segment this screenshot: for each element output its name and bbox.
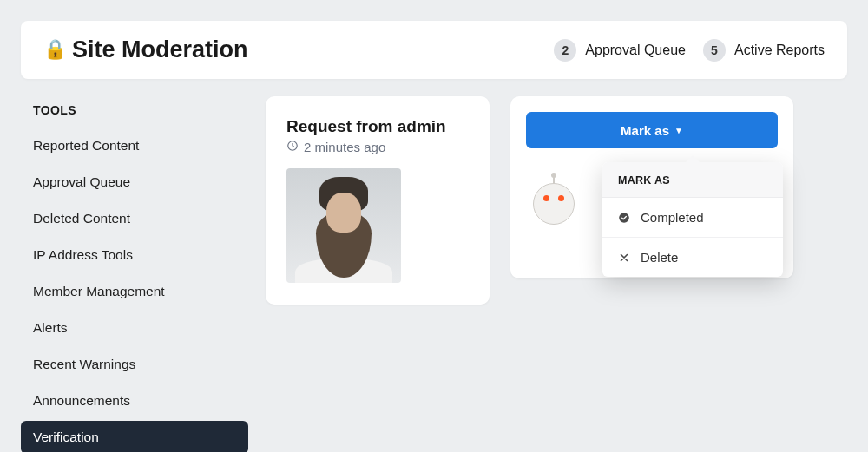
request-time: 2 minutes ago	[304, 140, 385, 154]
avatar-alien-icon	[533, 183, 575, 225]
header: 🔒 Site Moderation 2 Approval Queue 5 Act…	[21, 21, 847, 79]
reports-label: Active Reports	[734, 43, 825, 58]
mark-as-button[interactable]: Mark as ▼	[526, 112, 778, 148]
sidebar-item-alerts[interactable]: Alerts	[21, 311, 248, 344]
dropdown-item-delete-label: Delete	[641, 250, 678, 265]
dropdown-item-delete[interactable]: Delete	[602, 238, 783, 277]
approval-label: Approval Queue	[585, 43, 686, 58]
check-circle-icon	[618, 212, 630, 224]
sidebar: TOOLS Reported Content Approval Queue De…	[21, 96, 248, 452]
sidebar-item-recent-warnings[interactable]: Recent Warnings	[21, 348, 248, 381]
dropdown-heading: MARK AS	[602, 162, 783, 198]
sidebar-item-verification[interactable]: Verification	[21, 421, 248, 452]
sidebar-item-ip-address-tools[interactable]: IP Address Tools	[21, 239, 248, 272]
request-meta: 2 minutes ago	[286, 140, 469, 154]
reports-count-badge: 5	[703, 39, 726, 62]
sidebar-item-reported-content[interactable]: Reported Content	[21, 129, 248, 162]
dropdown-item-completed-label: Completed	[641, 210, 704, 225]
header-stats: 2 Approval Queue 5 Active Reports	[554, 39, 825, 62]
sidebar-item-approval-queue[interactable]: Approval Queue	[21, 166, 248, 199]
caret-down-icon: ▼	[674, 126, 683, 135]
sidebar-heading: TOOLS	[21, 96, 248, 129]
approval-count-badge: 2	[554, 39, 576, 62]
page-title: 🔒 Site Moderation	[43, 36, 248, 63]
sidebar-item-announcements[interactable]: Announcements	[21, 384, 248, 417]
page-title-text: Site Moderation	[72, 36, 248, 63]
mark-as-button-label: Mark as	[621, 123, 669, 138]
confirm-card: Mark as ▼ MARK AS Completed	[510, 96, 793, 278]
request-title: Request from admin	[286, 117, 469, 136]
x-icon	[618, 252, 630, 263]
sidebar-item-member-management[interactable]: Member Management	[21, 275, 248, 308]
request-card: Request from admin 2 minutes ago	[266, 96, 490, 305]
dropdown-item-completed[interactable]: Completed	[602, 198, 783, 238]
request-photo[interactable]	[286, 168, 401, 283]
mark-as-dropdown: MARK AS Completed Delete	[602, 162, 783, 277]
lock-icon: 🔒	[43, 38, 67, 61]
sidebar-item-deleted-content[interactable]: Deleted Content	[21, 202, 248, 235]
approval-queue-stat[interactable]: 2 Approval Queue	[554, 39, 686, 62]
clock-icon	[286, 140, 299, 154]
active-reports-stat[interactable]: 5 Active Reports	[703, 39, 825, 62]
